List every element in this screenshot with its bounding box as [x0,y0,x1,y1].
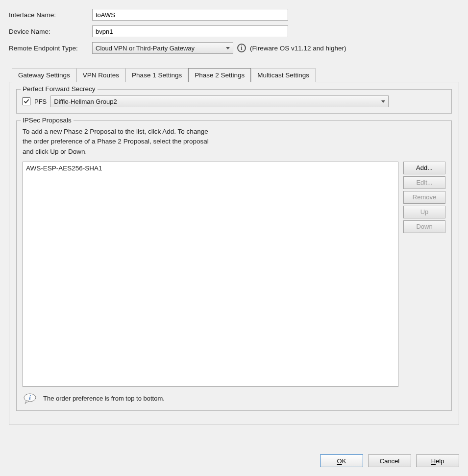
tab-multicast-settings[interactable]: Multicast Settings [251,68,316,82]
legend-ipsec: IPSec Proposals [21,117,74,124]
info-icon[interactable]: i [237,44,246,52]
interface-name-label: Interface Name: [9,11,92,19]
ipsec-order-note: The order preference is from top to bott… [43,395,165,402]
ipsec-desc-line3: and click Up or Down. [23,147,445,157]
edit-button[interactable]: Edit... [403,176,445,189]
pfs-label: PFS [34,98,47,105]
down-button[interactable]: Down [403,220,445,233]
device-name-input[interactable] [92,25,288,37]
tab-vpn-routes[interactable]: VPN Routes [76,68,125,82]
fieldset-pfs: Perfect Forward Secrecy PFS Diffie-Hellm… [16,89,452,114]
tab-phase1-settings[interactable]: Phase 1 Settings [125,68,188,82]
remote-endpoint-value: Cloud VPN or Third-Party Gateway [96,45,195,52]
svg-text:i: i [29,394,31,401]
remote-endpoint-hint: (Fireware OS v11.12 and higher) [250,45,346,52]
tab-phase2-settings[interactable]: Phase 2 Settings [188,68,251,82]
info-balloon-icon: i [23,393,37,405]
ok-button[interactable]: OK [320,454,363,467]
ipsec-desc-line2: the order preference of a Phase 2 Propos… [23,137,445,146]
pfs-checkbox[interactable] [23,97,30,105]
tab-panel-phase2: Perfect Forward Secrecy PFS Diffie-Hellm… [9,82,459,425]
interface-name-input[interactable] [92,9,288,21]
list-item[interactable]: AWS-ESP-AES256-SHA1 [26,164,395,172]
help-button[interactable]: Help [416,454,459,467]
device-name-label: Device Name: [9,28,92,35]
legend-pfs: Perfect Forward Secrecy [21,85,98,93]
remote-endpoint-select[interactable]: Cloud VPN or Third-Party Gateway [92,42,233,54]
pfs-group-value: Diffie-Hellman Group2 [54,98,117,105]
chevron-down-icon [381,100,385,103]
fieldset-ipsec: IPSec Proposals To add a new Phase 2 Pro… [16,120,452,411]
up-button[interactable]: Up [403,206,445,218]
ipsec-desc-line1: To add a new Phase 2 Proposal to the lis… [23,127,445,137]
chevron-down-icon [226,47,230,49]
ipsec-proposal-list[interactable]: AWS-ESP-AES256-SHA1 [23,162,398,387]
ipsec-description: To add a new Phase 2 Proposal to the lis… [23,127,445,157]
cancel-button[interactable]: Cancel [368,454,411,467]
remote-endpoint-label: Remote Endpoint Type: [9,45,92,52]
add-button[interactable]: Add... [403,162,445,174]
tab-gateway-settings[interactable]: Gateway Settings [12,68,76,82]
remove-button[interactable]: Remove [403,191,445,204]
pfs-group-select[interactable]: Diffie-Hellman Group2 [50,95,389,107]
